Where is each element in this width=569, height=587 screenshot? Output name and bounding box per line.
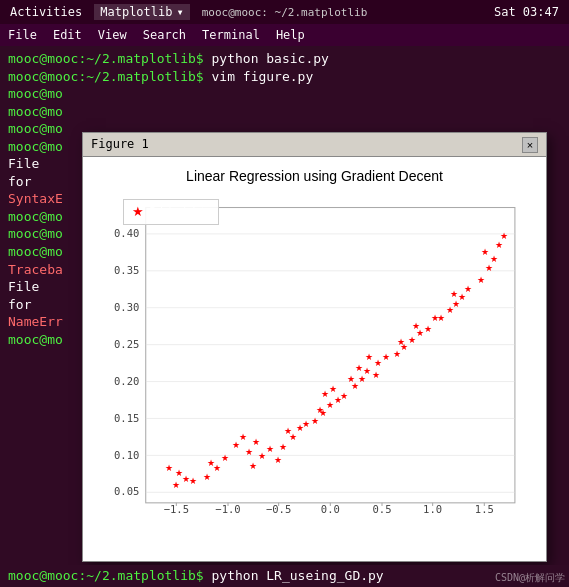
chart-title: Linear Regression using Gradient Decent: [93, 167, 536, 187]
legend-star-icon: ★: [132, 203, 144, 221]
terminal-line-3: mooc@mo: [8, 85, 561, 103]
svg-text:★: ★: [408, 334, 416, 344]
svg-text:0.15: 0.15: [114, 411, 139, 423]
svg-text:0.20: 0.20: [114, 374, 139, 386]
svg-text:0.25: 0.25: [114, 337, 139, 349]
menu-edit[interactable]: Edit: [53, 27, 82, 44]
legend-label: Original data: [148, 204, 210, 219]
svg-text:0.05: 0.05: [114, 485, 139, 497]
svg-text:★: ★: [477, 275, 485, 285]
terminal-line-1: mooc@mooc:~/2.matplotlib$ python basic.p…: [8, 50, 561, 68]
svg-text:★: ★: [450, 289, 458, 299]
figure-titlebar: Figure 1 ×: [83, 133, 546, 157]
svg-text:★: ★: [372, 370, 380, 380]
svg-text:★: ★: [340, 391, 348, 401]
menu-file[interactable]: File: [8, 27, 37, 44]
system-bar: Activities Matplotlib ▾ mooc@mooc: ~/2.m…: [0, 0, 569, 24]
svg-text:0.10: 0.10: [114, 448, 139, 460]
figure-body: Linear Regression using Gradient Decent …: [83, 157, 546, 561]
svg-text:★: ★: [258, 450, 266, 460]
figure-close-button[interactable]: ×: [522, 137, 538, 153]
figure-title: Figure 1: [91, 136, 149, 153]
svg-text:★: ★: [249, 461, 257, 471]
svg-text:★: ★: [316, 405, 324, 415]
svg-text:★: ★: [347, 373, 355, 383]
svg-text:★: ★: [374, 357, 382, 367]
svg-text:★: ★: [424, 324, 432, 334]
svg-text:★: ★: [207, 458, 215, 468]
menu-search[interactable]: Search: [143, 27, 186, 44]
menu-terminal[interactable]: Terminal: [202, 27, 260, 44]
svg-text:★: ★: [165, 463, 173, 473]
svg-text:★: ★: [175, 468, 183, 478]
svg-text:★: ★: [321, 389, 329, 399]
svg-text:0.30: 0.30: [114, 300, 139, 312]
system-bar-path: mooc@mooc: ~/2.matplotlib: [202, 6, 368, 19]
svg-text:★: ★: [221, 452, 229, 462]
svg-text:★: ★: [464, 283, 472, 293]
terminal-menubar: File Edit View Search Terminal Help: [0, 24, 569, 46]
svg-text:★: ★: [412, 320, 420, 330]
activities-label[interactable]: Activities: [10, 5, 82, 19]
svg-text:★: ★: [365, 352, 373, 362]
terminal-window: File Edit View Search Terminal Help mooc…: [0, 24, 569, 587]
scatter-chart: 0.05 0.10 0.15 0.20 0.25 0.30 0.35 0.40: [93, 191, 536, 551]
figure-window: Figure 1 × Linear Regression using Gradi…: [82, 132, 547, 562]
svg-text:★: ★: [172, 480, 180, 490]
svg-text:★: ★: [490, 254, 498, 264]
svg-text:★: ★: [245, 447, 253, 457]
svg-text:★: ★: [481, 247, 489, 257]
svg-text:★: ★: [252, 436, 260, 446]
svg-text:★: ★: [203, 471, 211, 481]
menu-view[interactable]: View: [98, 27, 127, 44]
svg-text:★: ★: [355, 363, 363, 373]
matplotlib-button[interactable]: Matplotlib ▾: [94, 4, 189, 20]
svg-rect-0: [146, 207, 515, 502]
chart-area: ★ Original data 0.05 0.10 0.15: [93, 191, 536, 551]
svg-text:★: ★: [274, 454, 282, 464]
system-bar-left: Activities Matplotlib ▾: [10, 4, 190, 20]
terminal-bottom-line: mooc@mooc:~/2.matplotlib$ python LR_usei…: [0, 565, 569, 587]
svg-text:★: ★: [279, 442, 287, 452]
svg-text:★: ★: [397, 336, 405, 346]
svg-text:★: ★: [232, 440, 240, 450]
svg-text:★: ★: [266, 444, 274, 454]
svg-text:★: ★: [500, 231, 508, 241]
terminal-line-4: mooc@mo: [8, 103, 561, 121]
svg-text:★: ★: [311, 415, 319, 425]
menu-help[interactable]: Help: [276, 27, 305, 44]
svg-text:★: ★: [189, 475, 197, 485]
svg-text:★: ★: [363, 366, 371, 376]
system-bar-time: Sat 03:47: [494, 5, 559, 19]
svg-text:0.35: 0.35: [114, 264, 139, 276]
svg-text:★: ★: [284, 426, 292, 436]
terminal-line-2: mooc@mooc:~/2.matplotlib$ vim figure.py: [8, 68, 561, 86]
svg-text:★: ★: [431, 313, 439, 323]
legend-box: ★ Original data: [123, 199, 219, 225]
svg-text:★: ★: [382, 352, 390, 362]
svg-text:0.40: 0.40: [114, 227, 139, 239]
svg-text:★: ★: [329, 384, 337, 394]
watermark: CSDN@析解问学: [495, 571, 565, 585]
svg-text:★: ★: [302, 418, 310, 428]
